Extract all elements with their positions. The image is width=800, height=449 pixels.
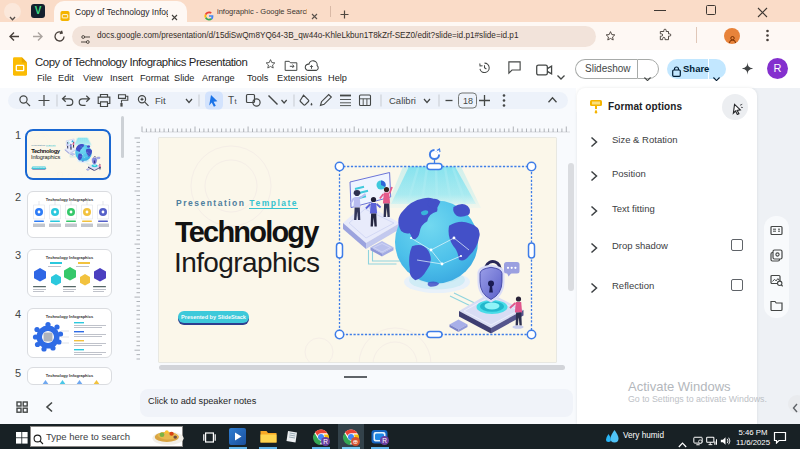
svg-text:t: t (235, 97, 238, 106)
svg-text:18: 18 (463, 96, 473, 106)
svg-text:Fit: Fit (155, 95, 166, 106)
svg-text:T: T (228, 95, 234, 106)
svg-text:Technology Infographics: Technology Infographics (46, 373, 94, 378)
svg-text:Technology Infographics: Technology Infographics (46, 314, 94, 319)
svg-text:Calibri: Calibri (389, 95, 416, 106)
svg-text:Technology Infographics: Technology Infographics (46, 255, 94, 260)
